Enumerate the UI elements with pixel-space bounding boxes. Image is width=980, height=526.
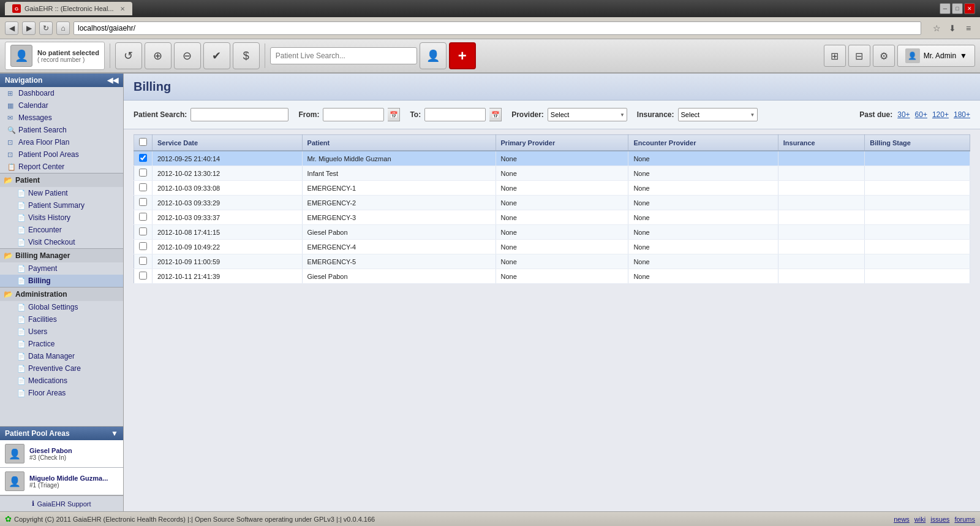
admin-group-label: Administration [15,290,67,299]
browser-tab[interactable]: G GaiaEHR :: (Electronic Heal... ✕ [5,2,132,15]
back-visit-button[interactable]: ↺ [115,42,142,69]
row-checkbox[interactable] [139,169,147,177]
sidebar-item-facilities[interactable]: 📄 Facilities [0,313,123,326]
row-checkbox[interactable] [139,183,147,191]
split-view-icon[interactable]: ⊟ [848,45,870,67]
past-due-60[interactable]: 60+ [915,110,927,119]
provider-label: Provider: [511,110,544,119]
patient-search-button[interactable]: 👤 [420,42,447,69]
row-checkbox[interactable] [139,154,147,162]
admin-menu-button[interactable]: 👤 Mr. Admin ▼ [897,45,975,67]
download-icon[interactable]: ⬇ [946,21,959,35]
billing-group-header[interactable]: 📂 Billing Manager [0,248,123,262]
sidebar-item-patient-summary[interactable]: 📄 Patient Summary [0,199,123,212]
sidebar-item-practice[interactable]: 📄 Practice [0,338,123,350]
close-button[interactable]: ✕ [964,3,975,14]
cell-encounter-provider: None [628,254,778,269]
refresh-button[interactable]: ↻ [39,21,53,35]
table-row: 2012-10-09 10:49:22 EMERGENCY-4 None Non… [134,240,970,254]
menu-icon[interactable]: ≡ [962,21,975,35]
forward-button[interactable]: ▶ [22,21,36,35]
to-date-input[interactable] [424,108,486,121]
header-checkbox-cell [134,135,153,151]
checkout-button[interactable]: ⊖ [174,42,201,69]
admin-group-header[interactable]: 📂 Administration [0,287,123,301]
sidebar-item-payment[interactable]: 📄 Payment [0,262,123,275]
sidebar-item-billing[interactable]: 📄 Billing [0,275,123,287]
cell-primary-provider: None [496,196,628,210]
home-button[interactable]: ⌂ [56,21,70,35]
row-checkbox[interactable] [139,213,147,221]
sidebar-item-medications[interactable]: 📄 Medications [0,375,123,387]
insurance-select[interactable]: Select [678,108,758,121]
approve-button[interactable]: ✔ [203,42,230,69]
sidebar-item-floor-areas[interactable]: 📄 Floor Areas [0,387,123,399]
col-header-insurance[interactable]: Insurance [778,135,865,151]
back-button[interactable]: ◀ [5,21,18,35]
status-link-wiki[interactable]: wiki [914,516,925,523]
row-checkbox-cell [134,210,153,225]
past-due-180[interactable]: 180+ [954,110,970,119]
billing-button[interactable]: $ [233,42,260,69]
grid-view-icon[interactable]: ⊞ [824,45,846,67]
bookmark-icon[interactable]: ☆ [930,21,943,35]
to-date-picker-button[interactable]: 📅 [489,108,502,121]
sidebar-item-global-settings[interactable]: 📄 Global Settings [0,301,123,313]
row-checkbox[interactable] [139,242,147,250]
sidebar-item-label: Preventive Care [28,364,81,373]
sidebar-collapse-icon[interactable]: ◀◀ [107,76,118,85]
past-due-section: Past due: 30+ 60+ 120+ 180+ [859,110,970,119]
from-date-input[interactable] [323,108,384,121]
table-row: 2012-10-09 11:00:59 EMERGENCY-5 None Non… [134,254,970,269]
cell-service-date: 2012-09-25 21:40:14 [153,151,303,166]
sidebar-item-area-floor-plan[interactable]: ⊡ Area Floor Plan [0,136,123,148]
col-header-service-date[interactable]: Service Date [153,135,303,151]
cell-billing-stage [865,181,970,196]
sidebar-item-data-manager[interactable]: 📄 Data Manager [0,350,123,362]
sidebar-item-visits-history[interactable]: 📄 Visits History [0,212,123,224]
address-bar[interactable] [74,21,921,35]
col-header-patient[interactable]: Patient [302,135,496,151]
sidebar-item-calendar[interactable]: ▦ Calendar [0,99,123,112]
col-header-billing-stage[interactable]: Billing Stage [865,135,970,151]
status-link-news[interactable]: news [894,516,910,523]
row-checkbox[interactable] [139,257,147,265]
select-all-checkbox[interactable] [139,138,147,146]
sidebar-item-dashboard[interactable]: ⊞ Dashboard [0,87,123,99]
sidebar-item-new-patient[interactable]: 📄 New Patient [0,187,123,199]
col-header-encounter-provider[interactable]: Encounter Provider [628,135,778,151]
from-date-picker-button[interactable]: 📅 [388,108,400,121]
tab-close-button[interactable]: ✕ [120,6,125,12]
sidebar-item-encounter[interactable]: 📄 Encounter [0,224,123,236]
sidebar-item-visit-checkout[interactable]: 📄 Visit Checkout [0,236,123,248]
pool-collapse-icon[interactable]: ▼ [111,429,118,438]
provider-select[interactable]: Select [548,108,627,121]
maximize-button[interactable]: □ [952,3,963,14]
status-link-issues[interactable]: issues [930,516,949,523]
settings-icon[interactable]: ⚙ [873,45,895,67]
gaiaehr-support-button[interactable]: ℹ GaiaEHR Support [0,495,123,511]
status-ok-icon: ✿ [5,514,12,524]
minimize-button[interactable]: ─ [940,3,951,14]
col-header-primary-provider[interactable]: Primary Provider [496,135,628,151]
sidebar-item-patient-search[interactable]: 🔍 Patient Search [0,124,123,136]
status-link-forums[interactable]: forums [954,516,975,523]
patient-search-input[interactable] [270,47,417,64]
sidebar-item-messages[interactable]: ✉ Messages [0,112,123,124]
patient-search-filter-input[interactable] [190,108,288,121]
pool-patient-2[interactable]: 👤 Miguelo Middle Guzma... #1 (Triage) [0,468,123,495]
add-patient-button[interactable]: + [449,42,476,69]
sidebar-item-patient-pool-areas[interactable]: ⊡ Patient Pool Areas [0,148,123,161]
patient-group-header[interactable]: 📂 Patient [0,173,123,187]
sidebar-item-users[interactable]: 📄 Users [0,326,123,338]
past-due-30[interactable]: 30+ [897,110,910,119]
sidebar-item-report-center[interactable]: 📋 Report Center [0,161,123,173]
row-checkbox[interactable] [139,227,147,235]
sidebar-item-preventive-care[interactable]: 📄 Preventive Care [0,362,123,375]
pool-patient-1[interactable]: 👤 Giesel Pabon #3 (Check In) [0,440,123,468]
new-visit-button[interactable]: ⊕ [145,42,172,69]
cell-service-date: 2012-10-03 09:33:08 [153,181,303,196]
past-due-120[interactable]: 120+ [932,110,949,119]
row-checkbox[interactable] [139,272,147,280]
row-checkbox[interactable] [139,198,147,206]
